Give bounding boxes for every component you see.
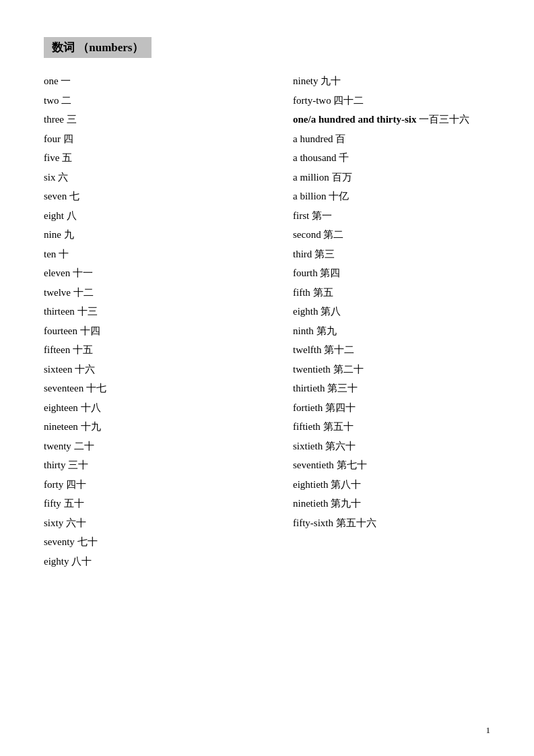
list-item: ninth 第九: [293, 321, 490, 341]
chinese-word: 一百三十六: [419, 114, 469, 125]
english-word: three: [44, 114, 64, 125]
chinese-word: 第七十: [337, 460, 367, 470]
english-word: twentieth: [293, 364, 331, 375]
list-item: third 第三: [293, 245, 490, 264]
chinese-word: 第三: [314, 249, 335, 259]
list-item: ten 十: [44, 245, 293, 264]
list-item: fifty-sixth 第五十六: [293, 513, 490, 533]
list-item: one/a hundred and thirty-six 一百三十六: [293, 110, 490, 129]
list-item: nineteen 十九: [44, 417, 293, 437]
english-word: forty: [44, 479, 63, 490]
chinese-word: 四十: [66, 479, 86, 490]
english-word: sixty: [44, 517, 63, 528]
list-item: three 三: [44, 110, 293, 129]
chinese-word: 十四: [80, 325, 100, 336]
english-word: nine: [44, 229, 61, 240]
chinese-word: 百万: [332, 172, 352, 183]
chinese-word: 十七: [86, 383, 106, 393]
list-item: eight 八: [44, 206, 293, 226]
chinese-word: 二十: [74, 441, 94, 451]
list-item: five 五: [44, 148, 293, 168]
list-item: thirteen 十三: [44, 302, 293, 321]
page: 数词 （numbers） one 一two 二three 三four 四five…: [0, 0, 534, 756]
english-word: thirteen: [44, 306, 75, 317]
chinese-word: 第一: [312, 210, 332, 221]
chinese-word: 第五十: [323, 421, 354, 432]
english-word: twenty: [44, 441, 71, 451]
chinese-word: 七十: [77, 536, 98, 547]
chinese-word: 五: [62, 152, 72, 163]
left-column: one 一two 二three 三four 四five 五six 六seven …: [44, 71, 293, 571]
list-item: eighth 第八: [293, 302, 490, 321]
english-word: a thousand: [293, 152, 337, 163]
english-word: fiftieth: [293, 421, 321, 432]
chinese-word: 第二十: [333, 364, 364, 375]
list-item: a thousand 千: [293, 148, 490, 168]
english-word: eighty: [44, 556, 69, 567]
list-item: a billion 十亿: [293, 187, 490, 206]
english-word: sixteen: [44, 364, 73, 375]
english-word: one/a hundred and thirty-six: [293, 114, 417, 125]
list-item: six 六: [44, 168, 293, 187]
chinese-word: 十亿: [329, 191, 349, 201]
list-item: twentieth 第二十: [293, 360, 490, 379]
english-word: fifth: [293, 287, 310, 298]
english-word: a billion: [293, 191, 327, 201]
chinese-word: 十一: [73, 267, 93, 278]
list-item: forty-two 四十二: [293, 91, 490, 111]
list-item: forty 四十: [44, 475, 293, 495]
list-item: seventieth 第七十: [293, 455, 490, 475]
chinese-word: 第五: [313, 287, 333, 298]
list-item: eighteen 十八: [44, 398, 293, 418]
english-word: five: [44, 152, 59, 163]
list-item: seventeen 十七: [44, 379, 293, 398]
chinese-word: 十: [59, 249, 69, 259]
english-word: seven: [44, 191, 67, 201]
english-word: fortieth: [293, 402, 323, 413]
list-item: fiftieth 第五十: [293, 417, 490, 437]
content-columns: one 一two 二three 三four 四five 五six 六seven …: [44, 71, 490, 571]
chinese-word: 十五: [73, 344, 93, 355]
list-item: twelve 十二: [44, 283, 293, 303]
page-number: 1: [486, 725, 491, 736]
english-word: fifteen: [44, 344, 70, 355]
list-item: ninetieth 第九十: [293, 494, 490, 513]
title-text: 数词 （numbers）: [52, 41, 143, 54]
list-item: fifteen 十五: [44, 340, 293, 360]
list-item: sixteen 十六: [44, 360, 293, 379]
right-column: ninety 九十forty-two 四十二one/a hundred and …: [293, 71, 490, 571]
list-item: fifth 第五: [293, 283, 490, 303]
chinese-word: 三: [67, 114, 77, 125]
list-item: thirty 三十: [44, 455, 293, 475]
english-word: thirty: [44, 460, 66, 470]
list-item: sixtieth 第六十: [293, 437, 490, 456]
english-word: second: [293, 229, 321, 240]
chinese-word: 十六: [75, 364, 95, 375]
list-item: seven 七: [44, 187, 293, 206]
chinese-word: 第九: [316, 325, 337, 336]
title-box: 数词 （numbers）: [44, 37, 152, 58]
english-word: ten: [44, 249, 56, 259]
chinese-word: 百: [335, 133, 345, 144]
english-word: fifty-sixth: [293, 517, 333, 528]
chinese-word: 七: [69, 191, 79, 201]
english-word: sixtieth: [293, 441, 323, 451]
chinese-word: 十八: [81, 402, 101, 413]
list-item: eleven 十一: [44, 263, 293, 283]
english-word: seventy: [44, 536, 75, 547]
english-word: eight: [44, 210, 64, 221]
english-word: six: [44, 172, 56, 183]
english-word: nineteen: [44, 421, 78, 432]
list-item: fortieth 第四十: [293, 398, 490, 418]
english-word: eighth: [293, 306, 319, 317]
english-word: twelfth: [293, 344, 322, 355]
english-word: eleven: [44, 267, 70, 278]
list-item: eighty 八十: [44, 552, 293, 571]
list-item: nine 九: [44, 225, 293, 245]
list-item: ninety 九十: [293, 71, 490, 91]
english-word: fourth: [293, 267, 318, 278]
chinese-word: 一: [61, 75, 71, 86]
chinese-word: 六十: [66, 517, 86, 528]
english-word: first: [293, 210, 309, 221]
chinese-word: 四: [63, 133, 73, 144]
